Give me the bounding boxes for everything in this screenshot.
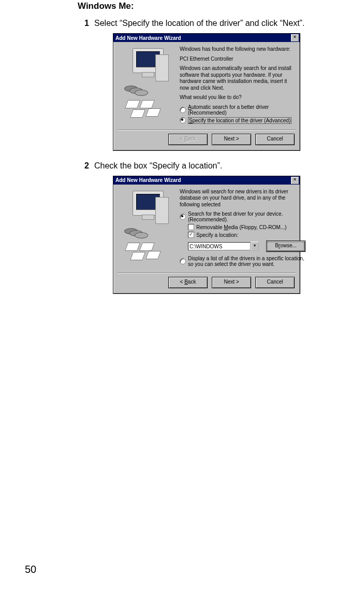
- dialog-1-title: Add New Hardware Wizard: [115, 35, 181, 41]
- radio-specify-location[interactable]: Specify the location of the driver (Adva…: [180, 117, 295, 124]
- radio-auto-search[interactable]: Automatic search for a better driver (Re…: [180, 104, 295, 116]
- paper-icon: [130, 109, 145, 118]
- dialog-1-desc: Windows can automatically search for and…: [180, 65, 295, 91]
- browse-button[interactable]: Browse...: [266, 241, 305, 252]
- dialog-2-title: Add New Hardware Wizard: [115, 177, 181, 183]
- checkbox-icon: ✓: [188, 232, 194, 238]
- cd-icon: [135, 232, 148, 238]
- radio-auto-search-label: Automatic search for a better driver (Re…: [188, 104, 295, 116]
- dialog-1-titlebar: Add New Hardware Wizard ×: [113, 34, 300, 42]
- back-button[interactable]: < Back: [168, 277, 208, 288]
- paper-icon: [125, 100, 140, 108]
- close-icon[interactable]: ×: [291, 177, 299, 184]
- checkbox-icon: [188, 224, 194, 230]
- location-path-input[interactable]: [188, 242, 251, 250]
- paper-icon: [130, 252, 145, 260]
- paper-icon: [145, 251, 161, 259]
- radio-search-best[interactable]: Search for the best driver for your devi…: [180, 211, 305, 222]
- step-1-number: 1: [78, 19, 89, 28]
- wizard-illustration: [119, 189, 176, 269]
- next-button[interactable]: Next >: [212, 134, 251, 145]
- dialog-1-device: PCI Ethernet Controller: [180, 56, 295, 63]
- next-button[interactable]: Next >: [212, 277, 251, 288]
- paper-icon: [139, 100, 155, 108]
- step-2-text: Check the box “Specify a location”.: [94, 161, 347, 171]
- radio-specify-location-label: Specify the location of the driver (Adva…: [188, 117, 292, 124]
- paper-icon: [145, 108, 161, 117]
- check-specify-location-label: Specify a location:: [196, 232, 238, 238]
- step-1-text: Select “Specify the location of the driv…: [94, 19, 347, 28]
- wizard-dialog-2: Add New Hardware Wizard ×: [113, 176, 300, 294]
- step-2: 2 Check the box “Specify a location”.: [78, 161, 347, 171]
- chevron-down-icon[interactable]: ▾: [251, 242, 259, 251]
- wizard-dialog-1: Add New Hardware Wizard ×: [113, 33, 300, 151]
- check-removable[interactable]: Removable Media (Floppy, CD-ROM...): [188, 224, 305, 230]
- radio-icon: [180, 117, 186, 123]
- cancel-button[interactable]: Cancel: [255, 277, 295, 288]
- cancel-button[interactable]: Cancel: [255, 134, 295, 145]
- close-icon[interactable]: ×: [291, 34, 299, 41]
- wizard-illustration: [119, 46, 176, 125]
- dialog-1-intro: Windows has found the following new hard…: [180, 46, 295, 53]
- dialog-2-intro: Windows will search for new drivers in i…: [180, 189, 305, 208]
- paper-icon: [125, 243, 140, 251]
- radio-icon: [180, 214, 186, 220]
- check-specify-location[interactable]: ✓ Specify a location:: [188, 232, 305, 238]
- radio-search-best-label: Search for the best driver for your devi…: [188, 211, 305, 222]
- radio-display-list-label: Display a list of all the drivers in a s…: [188, 256, 305, 267]
- radio-icon: [180, 107, 186, 113]
- section-heading: Windows Me:: [78, 1, 347, 11]
- cd-icon: [135, 90, 148, 96]
- page-number: 50: [25, 564, 36, 575]
- dialog-2-titlebar: Add New Hardware Wizard ×: [113, 176, 300, 185]
- check-removable-label: Removable Media (Floppy, CD-ROM...): [196, 224, 286, 230]
- tower-icon: [155, 54, 169, 81]
- tower-icon: [155, 197, 169, 224]
- paper-icon: [139, 243, 155, 251]
- back-button: < Back: [168, 134, 208, 145]
- step-2-number: 2: [78, 161, 89, 171]
- radio-display-list[interactable]: Display a list of all the drivers in a s…: [180, 256, 305, 267]
- step-1: 1 Select “Specify the location of the dr…: [78, 19, 347, 28]
- dialog-1-question: What would you like to do?: [180, 94, 295, 101]
- radio-icon: [180, 258, 186, 264]
